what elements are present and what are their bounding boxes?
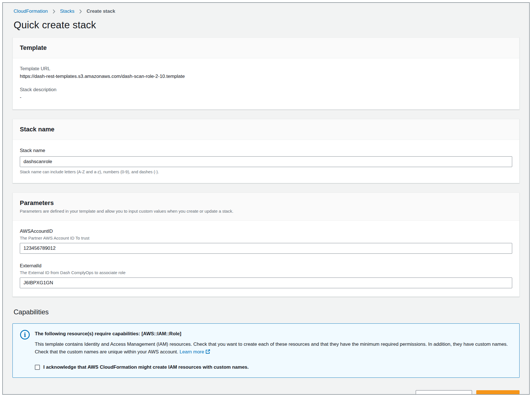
- alert-content: The following resource(s) require capabi…: [35, 330, 512, 370]
- stack-name-card-body: Stack name Stack name can include letter…: [13, 140, 519, 183]
- template-card: Template Template URL https://dash-rest-…: [12, 37, 520, 110]
- stack-name-input[interactable]: [20, 156, 512, 167]
- create-stack-button[interactable]: Create stack: [476, 390, 520, 395]
- externalid-input[interactable]: [20, 278, 512, 288]
- alert-body: This template contains Identity and Acce…: [35, 340, 512, 356]
- parameters-card-description: Parameters are defined in your template …: [20, 208, 512, 214]
- template-url-group: Template URL https://dash-rest-templates…: [20, 65, 512, 80]
- stack-description-value: -: [20, 94, 512, 101]
- stack-name-field-label: Stack name: [20, 148, 45, 153]
- externalid-description: The External ID from Dash ComplyOps to a…: [20, 270, 512, 276]
- breadcrumb-link-cloudformation[interactable]: CloudFormation: [14, 8, 48, 14]
- breadcrumb-current: Create stack: [87, 8, 115, 14]
- capabilities-info-alert: i The following resource(s) require capa…: [12, 323, 520, 378]
- capabilities-title: Capabilities: [14, 308, 520, 316]
- stack-name-card: Stack name Stack name Stack name can inc…: [12, 119, 520, 183]
- external-link-icon: [205, 349, 210, 356]
- acknowledge-row[interactable]: I acknowledge that AWS CloudFormation mi…: [35, 364, 512, 370]
- awsaccountid-input[interactable]: [20, 243, 512, 254]
- template-card-body: Template URL https://dash-rest-templates…: [13, 58, 519, 109]
- template-card-title: Template: [20, 44, 512, 52]
- breadcrumb-link-stacks[interactable]: Stacks: [60, 8, 74, 14]
- template-url-label: Template URL: [20, 65, 512, 72]
- page-title: Quick create stack: [14, 19, 520, 31]
- alert-body-text: This template contains Identity and Acce…: [35, 341, 508, 355]
- parameter-field-awsaccountid: AWSAccountID The Partner AWS Account ID …: [20, 228, 512, 254]
- parameter-field-externalid: ExternalId The External ID from Dash Com…: [20, 262, 512, 288]
- chevron-right-icon: [78, 9, 83, 14]
- alert-title: The following resource(s) require capabi…: [35, 330, 512, 337]
- learn-more-link[interactable]: Learn more: [180, 349, 211, 355]
- acknowledge-checkbox[interactable]: [35, 365, 40, 370]
- stack-description-group: Stack description -: [20, 86, 512, 101]
- stack-description-label: Stack description: [20, 86, 512, 93]
- page-container: CloudFormation Stacks Create stack Quick…: [2, 2, 530, 395]
- footer-actions: Cancel Create change set Create stack: [12, 390, 520, 395]
- parameters-card-header: Parameters Parameters are defined in you…: [13, 193, 519, 221]
- template-url-value: https://dash-rest-templates.s3.amazonaws…: [20, 73, 512, 80]
- stack-name-helper-text: Stack name can include letters (A-Z and …: [20, 169, 512, 175]
- awsaccountid-description: The Partner AWS Account ID To trust: [20, 235, 512, 241]
- template-card-header: Template: [13, 38, 519, 58]
- learn-more-label: Learn more: [180, 349, 204, 355]
- chevron-right-icon: [51, 9, 57, 14]
- parameters-card-body: AWSAccountID The Partner AWS Account ID …: [13, 221, 519, 296]
- parameters-card: Parameters Parameters are defined in you…: [12, 193, 520, 297]
- breadcrumb: CloudFormation Stacks Create stack: [12, 8, 520, 14]
- cancel-button[interactable]: Cancel: [383, 390, 412, 395]
- parameters-card-title: Parameters: [20, 199, 512, 207]
- awsaccountid-label: AWSAccountID: [20, 228, 512, 235]
- info-icon: i: [20, 330, 30, 340]
- acknowledge-label: I acknowledge that AWS CloudFormation mi…: [43, 364, 249, 370]
- stack-name-card-header: Stack name: [13, 119, 519, 140]
- create-change-set-button[interactable]: Create change set: [416, 390, 472, 395]
- stack-name-card-title: Stack name: [20, 125, 512, 133]
- externalid-label: ExternalId: [20, 262, 512, 270]
